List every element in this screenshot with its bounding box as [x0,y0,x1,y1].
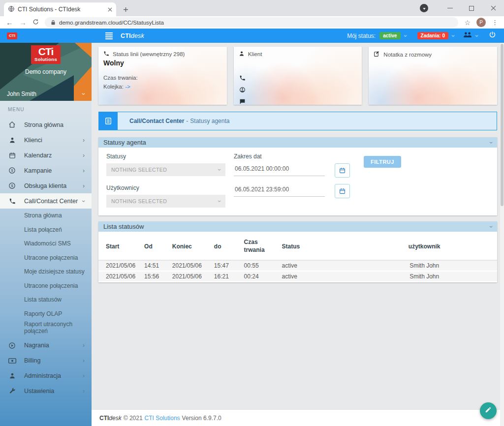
cti-solutions-link[interactable]: CTI Solutions [145,415,180,422]
sidebar-hero: CTi Solutions Demo company John Smith › [0,43,92,101]
table-header-row: Start Od Koniec do Czas trwania Status u… [98,232,497,260]
list-icon [99,112,118,130]
customer-service-icon: $ [8,182,16,189]
billing-icon [8,358,16,364]
table-row[interactable]: 2021/05/06 15:56 2021/05/06 16:21 00:24 … [98,271,497,282]
agents-icon[interactable] [463,31,472,40]
window-close-button[interactable] [482,0,504,16]
submenu-item-lista-polaczen[interactable]: Lista połączeń [0,223,92,237]
chevron-right-icon: › [83,167,85,174]
sidebar-item-kalendarz[interactable]: Kalendarz › [0,148,92,163]
sidebar-item-obsluga-klienta[interactable]: $ Obsługa klienta › [0,178,92,193]
chevron-right-icon: › [83,183,85,189]
status-list-header[interactable]: Lista statusów › [98,221,497,232]
submenu-item-lista-statusow[interactable]: Lista statusów [0,293,92,307]
collapse-chevron-icon[interactable]: › [488,226,494,228]
breadcrumb-section: Call/Contact Center [129,118,184,124]
user-chevron-down-icon: › [81,93,87,95]
sidebar-item-nagrania[interactable]: Nagrania › [0,338,92,353]
campaigns-icon: $ [8,167,16,174]
date-from-input[interactable] [234,163,325,176]
submenu-item-raport-utraconych-polaczen[interactable]: Raport utraconych połączeń [0,321,92,335]
status-chevron-down-icon[interactable]: › [403,35,409,37]
sidebar-item-kampanie[interactable]: $ Kampanie › [0,163,92,178]
tab-title: CTI Solutions - CTIdesk [18,6,105,13]
sidebar-item-strona-glowna[interactable]: Strona główna [0,117,92,132]
filter-panel-title: Statusy agenta [103,139,146,146]
chevron-right-icon: › [83,388,85,395]
filter-panel: Statusy agenta › Statusy NOTHING SELECTE… [98,137,497,215]
app-header: CTI CTIdesk Mój status: active › Zadania… [0,29,504,43]
company-name: Demo company [25,68,66,75]
submenu-item-raporty-olap[interactable]: Raporty OLAP [0,307,92,321]
svg-text:$: $ [11,183,13,188]
phone-icon [103,51,109,58]
tab-close-icon[interactable] [108,7,112,12]
status-list-title: Lista statusów [103,223,144,230]
table-row[interactable]: 2021/05/06 14:51 2021/05/06 15:47 00:55 … [98,260,497,271]
window-minimize-button[interactable] [439,0,461,16]
back-icon[interactable]: ← [6,19,13,26]
my-status-label: Mój status: [347,32,376,39]
submenu-item-wiadomosci-sms[interactable]: Wiadomości SMS [0,237,92,251]
cti-solutions-logo: CTi Solutions [31,45,61,64]
browser-menu-icon[interactable]: ⋮ [492,19,498,26]
main-content: Status linii (wewnętrzny 298) Wolny Czas… [92,43,504,426]
hamburger-menu-icon[interactable] [105,32,113,39]
statuses-label: Statusy [106,153,225,160]
person-icon [239,51,245,58]
tasks-chevron-down-icon[interactable]: › [450,35,456,37]
media-control-icon[interactable] [420,4,428,12]
url-input[interactable]: demo.grandstream.cloud/CC/StatusyLista [45,17,458,28]
power-icon[interactable] [489,31,496,40]
chevron-right-icon: › [83,152,85,159]
breadcrumb: Call/Contact Center - Statusy agenta [118,112,229,130]
submenu-item-utracone-polaczenia-2[interactable]: Utracone połączenia [0,279,92,293]
queue-value[interactable]: -> [125,84,130,90]
date-from-calendar-button[interactable] [335,163,350,178]
edit-fab-button[interactable] [480,402,497,419]
users-select[interactable]: NOTHING SELECTED › [106,195,225,208]
chevron-down-icon: › [81,200,87,202]
new-tab-button[interactable] [119,3,132,16]
pencil-icon [485,406,492,415]
sidebar-item-billing[interactable]: Billing › [0,353,92,368]
sidebar-item-klienci[interactable]: Klienci › [0,132,92,148]
client-title: Klient [248,51,262,57]
window-maximize-button[interactable] [461,0,482,16]
page-scrollbar[interactable] [500,43,504,426]
agents-chevron-down-icon[interactable]: › [474,35,480,37]
url-text: demo.grandstream.cloud/CC/StatusyLista [59,20,164,26]
browser-url-bar: ← → demo.grandstream.cloud/CC/StatusyLis… [0,16,504,29]
sidebar-item-call-contact-center[interactable]: Call/Contact Center › [0,193,92,209]
date-to-input[interactable] [234,184,325,197]
status-badge[interactable]: active [379,32,400,39]
date-to-calendar-button[interactable] [335,184,350,198]
collapse-chevron-icon[interactable]: › [488,142,494,144]
breadcrumb-banner: Call/Contact Center - Statusy agenta [98,112,497,130]
submenu-item-strona-glowna[interactable]: Strona główna [0,209,92,223]
browser-profile-avatar[interactable]: P [476,18,486,27]
user-menu[interactable]: John Smith › [0,91,92,101]
filter-button[interactable]: FILTRUJ [364,156,401,168]
clients-icon [8,137,16,144]
browser-tab[interactable]: CTI Solutions - CTIdesk [4,2,116,16]
recordings-icon [8,342,16,349]
app-footer: CTIdesk © 2021 CTI Solutions Version 6.9… [92,409,504,426]
sidebar-item-ustawienia[interactable]: Ustawienia › [0,384,92,399]
refresh-icon[interactable] [32,18,39,27]
scrollbar-thumb[interactable] [501,44,504,206]
filter-panel-header[interactable]: Statusy agenta › [98,137,497,148]
users-label: Użytkownicy [106,184,225,191]
bookmark-star-icon[interactable]: ☆ [464,19,471,27]
client-chat-icon [239,98,246,105]
submenu-item-utracone-polaczenia[interactable]: Utracone połączenia [0,251,92,265]
chevron-right-icon: › [83,137,85,144]
note-edit-icon [374,51,380,58]
tasks-badge[interactable]: Zadania: 0 [417,32,448,39]
statuses-select[interactable]: NOTHING SELECTED › [106,163,225,176]
submenu-item-moje-dzisiejsze-statusy[interactable]: Moje dzisiejsze statusy [0,265,92,279]
forward-icon[interactable]: → [19,19,27,26]
sidebar-item-administracja[interactable]: Administracja › [0,368,92,384]
line-status-value: Wolny [103,59,222,67]
